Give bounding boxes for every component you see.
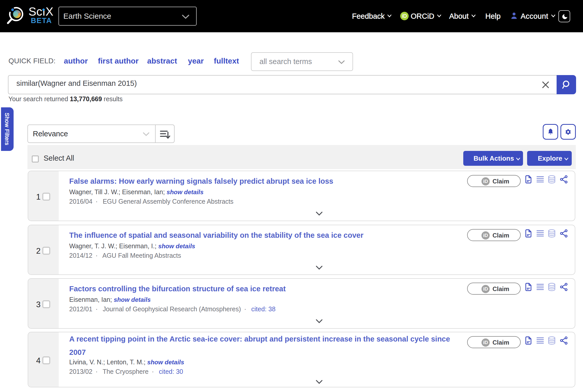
svg-text:BETA: BETA — [31, 16, 52, 25]
